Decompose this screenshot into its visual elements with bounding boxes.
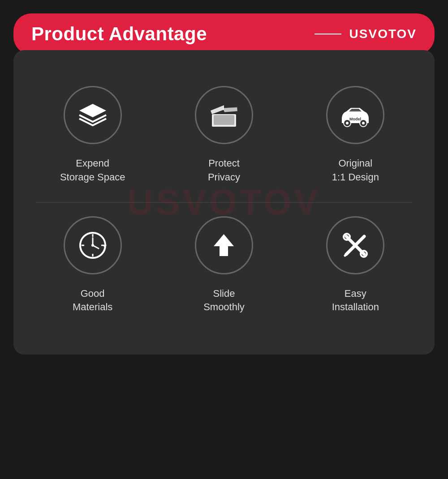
feature-protect-privacy: Protect Privacy [158,73,289,202]
expend-storage-icon-circle [64,86,122,144]
protect-privacy-icon-circle [195,86,253,144]
page-wrapper: Product Advantage USVOTOV USVOTOV [13,13,435,355]
feature-easy-installation: Easy Installation [290,203,421,333]
good-materials-label: Good Materials [73,287,112,315]
svg-text:Model: Model [349,117,361,121]
svg-marker-17 [214,234,234,256]
svg-marker-0 [79,104,106,117]
svg-point-5 [346,122,349,124]
car-model-icon: Model [337,101,373,130]
original-design-icon-circle: Model [326,86,384,144]
header-title: Product Advantage [31,23,207,45]
header-divider [314,34,341,34]
feature-expend-storage: Expend Storage Space [27,73,158,202]
easy-installation-icon-circle [326,216,384,274]
svg-point-6 [362,122,365,124]
expend-storage-label: Expend Storage Space [60,157,125,184]
protect-privacy-label: Protect Privacy [208,157,240,184]
main-card: USVOTOV Expend Storage Space [13,50,435,355]
layers-icon [77,102,108,128]
feature-good-materials: Good Materials [27,203,158,333]
header-brand: USVOTOV [349,27,417,41]
header-brand-area: USVOTOV [314,27,417,41]
slide-smoothly-icon-circle [195,216,253,274]
easy-installation-label: Easy Installation [332,287,379,315]
svg-rect-2 [214,115,234,125]
feature-slide-smoothly: Slide Smoothly [158,203,289,333]
features-grid: Expend Storage Space [27,73,421,332]
header-banner: Product Advantage USVOTOV [13,13,435,55]
svg-point-15 [91,244,94,247]
tools-icon [340,230,371,261]
good-materials-icon-circle [64,216,122,274]
slide-smoothly-label: Slide Smoothly [203,287,245,315]
original-design-label: Original 1:1 Design [332,157,379,184]
upload-icon [209,231,238,260]
feature-original-design: Model Original 1:1 Design [290,73,421,202]
clock-icon [77,230,108,261]
box-icon [208,101,240,130]
